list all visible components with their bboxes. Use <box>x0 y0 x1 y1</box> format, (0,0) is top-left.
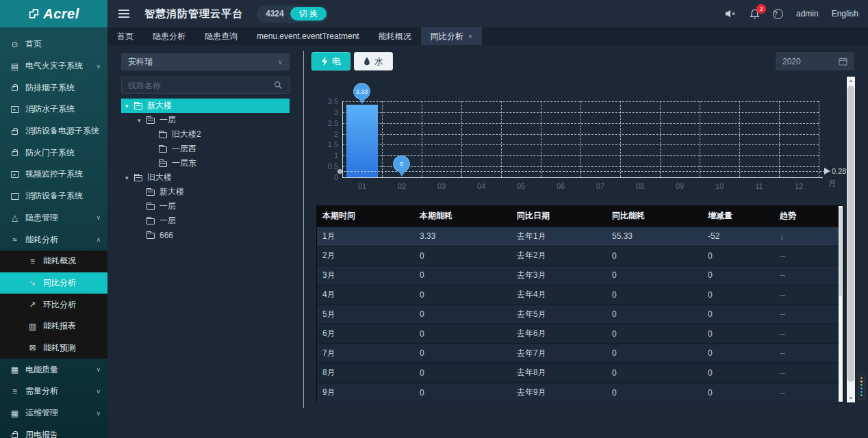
project-select[interactable]: 安科瑞 ∨ <box>121 53 290 70</box>
sidebar-item[interactable]: ·消防设备子系统 <box>0 185 107 207</box>
table-cell: 去年9月 <box>511 383 607 402</box>
scroll-up-arrow[interactable]: ▲ <box>847 77 855 85</box>
speaker-mute-icon[interactable] <box>725 9 737 18</box>
table-cell: 3.33 <box>414 227 511 246</box>
table-row: 6月0去年6月00-- <box>317 324 839 344</box>
tree-node[interactable]: 一层西 <box>121 142 290 156</box>
tab-能耗概况[interactable]: 能耗概况 <box>369 27 421 45</box>
caret-down-icon[interactable]: ▾ <box>138 117 146 124</box>
sidebar-item[interactable]: ▦电能质量∨ <box>0 359 107 381</box>
sidebar-item[interactable]: 防火门子系统 <box>0 142 107 164</box>
sidebar-item-label: 能耗概况 <box>43 255 76 267</box>
sidebar-item[interactable]: ≡需量分析∨ <box>0 381 107 402</box>
caret-down-icon[interactable]: ▾ <box>125 103 134 110</box>
chevron-down-icon: ∨ <box>93 410 101 417</box>
tree-panel: 安科瑞 ∨ ▾新大楼▾一层旧大楼2一层西一层东▾旧大楼新大楼一层一层666 <box>121 53 290 242</box>
tree-node[interactable]: ▾一层 <box>121 113 290 127</box>
power-quality-icon: ▦ <box>10 365 20 374</box>
table-header-cell: 本期时间 <box>317 206 414 227</box>
tree-node[interactable]: 旧大楼2 <box>121 127 290 142</box>
notification-count-badge: 2 <box>756 4 766 14</box>
sidebar-item[interactable]: 用电报告 <box>0 424 107 438</box>
sidebar-item[interactable]: ≈能耗分析∧ <box>0 229 107 250</box>
sidebar-subitem[interactable]: ≡能耗概况 <box>0 250 107 272</box>
table-cell: 去年5月 <box>511 305 607 324</box>
tab-menu.event.eventTreatment[interactable]: menu.event.eventTreatment <box>247 27 369 45</box>
table-header-cell: 同比日期 <box>511 206 607 227</box>
electric-label: 电 <box>332 55 341 68</box>
tree-node[interactable]: 666 <box>121 228 290 242</box>
sidebar-item[interactable]: ▸消防水子系统 <box>0 99 107 120</box>
x-tick-label: 07 <box>587 182 614 190</box>
sidebar-item[interactable]: ⊙首页 <box>0 34 107 55</box>
table-scrollbar[interactable] <box>839 206 843 402</box>
energy-report-icon: ▥ <box>27 322 38 331</box>
user-menu[interactable]: admin <box>796 9 819 18</box>
sidebar-subitem[interactable]: ↗环比分析 <box>0 294 107 315</box>
chevron-up-icon: ∧ <box>93 236 101 243</box>
project-select-value: 安科瑞 <box>128 56 153 68</box>
electric-mode-button[interactable]: 电 <box>311 52 350 70</box>
sidebar-item[interactable]: 消防设备电源子系统 <box>0 120 107 142</box>
year-picker[interactable]: 2020 <box>776 52 854 70</box>
notification-bell-icon[interactable]: 2 <box>750 9 760 19</box>
trend-cell: -- <box>774 246 839 266</box>
sidebar-subitem[interactable]: ⊠能耗预测 <box>0 337 107 359</box>
line-search-input[interactable] <box>128 81 274 90</box>
scroll-down-arrow[interactable]: ▼ <box>847 394 855 402</box>
tree-node[interactable]: 一层东 <box>121 156 290 170</box>
tab-label: 能耗概况 <box>379 31 411 42</box>
tree-node[interactable]: ▾旧大楼 <box>121 170 290 185</box>
content-scrollbar[interactable]: ▲ ▼ <box>847 77 855 402</box>
sidebar-item[interactable]: ▦运维管理∨ <box>0 402 107 424</box>
tree-node[interactable]: 一层 <box>121 199 290 214</box>
tab-隐患查询[interactable]: 隐患查询 <box>195 27 247 45</box>
close-tab-icon[interactable]: × <box>468 32 472 40</box>
x-tick-label: 05 <box>507 182 535 190</box>
x-tick-label: 03 <box>428 182 455 190</box>
sidebar-item[interactable]: 防排烟子系统 <box>0 77 107 99</box>
table-header-cell: 本期能耗 <box>414 206 511 227</box>
table-cell: 去年3月 <box>511 266 607 285</box>
water-mode-button[interactable]: 水 <box>354 52 393 70</box>
tab-隐患分析[interactable]: 隐患分析 <box>143 27 195 45</box>
panel-divider <box>303 51 304 408</box>
trend-cell: -- <box>774 383 839 402</box>
sidebar-item[interactable]: ▤电气火灾子系统∨ <box>0 55 107 77</box>
switch-button[interactable]: 切 换 <box>290 7 327 21</box>
indicator-dot <box>860 394 863 396</box>
topbar: 智慧消防管理云平台 4324 切 换 2 ? admin English <box>107 0 868 27</box>
tree-node-label: 新大楼 <box>159 186 184 198</box>
tab-label: 首页 <box>117 31 133 42</box>
collapse-sidebar-icon[interactable] <box>118 10 129 18</box>
sidebar-subitem[interactable]: ▥能耗报表 <box>0 315 107 337</box>
project-count-badge: 4324 <box>266 9 284 18</box>
tab-同比分析[interactable]: 同比分析× <box>421 27 482 45</box>
tree-node[interactable]: 新大楼 <box>121 185 290 199</box>
yoy-analysis-icon: ↘ <box>27 278 38 287</box>
table-row: 7月0去年7月00-- <box>317 344 839 363</box>
table-cell: 0 <box>702 324 774 344</box>
table-cell: 去年4月 <box>511 285 607 305</box>
tree-node-label: 一层东 <box>172 157 196 169</box>
search-icon[interactable] <box>274 81 283 90</box>
table-cell: 5月 <box>317 305 414 324</box>
caret-down-icon[interactable]: ▾ <box>125 175 134 181</box>
sidebar-item[interactable]: △隐患管理∨ <box>0 207 107 229</box>
scrollbar-thumb[interactable] <box>847 86 854 382</box>
y-tick-label: 2.5 <box>318 119 338 127</box>
help-icon[interactable]: ? <box>773 9 783 19</box>
electric-fire-icon: ▤ <box>10 62 20 71</box>
tree-node[interactable]: ▾新大楼 <box>121 99 290 113</box>
folder-icon <box>146 204 155 210</box>
language-switcher[interactable]: English <box>832 9 858 18</box>
table-cell: 0 <box>414 266 511 285</box>
tree-node[interactable]: 一层 <box>121 214 290 228</box>
sidebar-item[interactable]: ▸视频监控子系统 <box>0 164 107 185</box>
table-cell: 8月 <box>317 363 414 383</box>
tab-首页[interactable]: 首页 <box>107 27 143 45</box>
table-cell: 0 <box>414 305 511 324</box>
table-cell: 2月 <box>317 246 414 266</box>
sidebar-subitem[interactable]: ↘同比分析 <box>0 272 107 294</box>
table-cell: 0 <box>607 305 702 324</box>
